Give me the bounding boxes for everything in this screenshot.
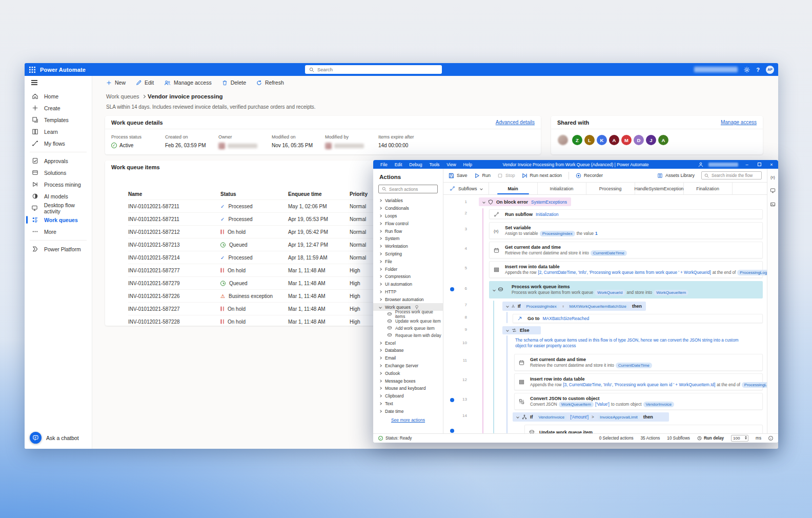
breakpoint-dot[interactable] <box>450 398 454 402</box>
action-item[interactable]: Process work queue items <box>373 311 443 318</box>
close-button[interactable]: × <box>768 162 775 167</box>
action-group[interactable]: Outlook <box>373 369 443 377</box>
action-group[interactable]: Message boxes <box>373 377 443 385</box>
action-group[interactable]: Loops <box>373 212 443 220</box>
variable-pill[interactable]: CurrentDateTime <box>591 250 627 256</box>
actions-search-input[interactable]: Search actions <box>378 185 438 193</box>
save-button[interactable]: Save <box>449 173 468 178</box>
col-status[interactable]: Status <box>220 191 236 197</box>
variable-pill[interactable]: InvoiceApprovalLimit <box>597 414 640 420</box>
menu-view[interactable]: View <box>446 162 456 167</box>
tab-processing[interactable]: Processing <box>586 183 635 194</box>
ask-chatbot-button[interactable]: Ask a chatbot <box>30 432 79 444</box>
tab-finalization[interactable]: Finalization <box>684 183 733 194</box>
new-button[interactable]: New <box>106 79 126 86</box>
variable-pill[interactable]: VendorInvoice <box>536 414 567 420</box>
delete-button[interactable]: Delete <box>222 79 246 86</box>
advanced-details-link[interactable]: Advanced details <box>496 119 535 125</box>
variable-pill[interactable]: VendorInvoice <box>643 402 675 407</box>
sidebar-item-templates[interactable]: Templates <box>25 114 92 126</box>
action-group[interactable]: Run flow <box>373 227 443 235</box>
flow-action-if[interactable]: If VendorInvoice ['Amount'] > InvoiceApp… <box>513 412 669 422</box>
manage-access-button[interactable]: Manage access <box>164 79 212 86</box>
avatar[interactable]: K <box>596 134 608 146</box>
minimize-button[interactable]: – <box>743 162 750 167</box>
flow-action-set-variable[interactable]: {x} Set variable Assign to variableProce… <box>489 222 763 239</box>
col-priority[interactable]: Priority <box>350 191 368 197</box>
flow-action-update-work-queue-item[interactable]: Update work queue item <box>524 425 763 433</box>
variable-pill[interactable]: ProcessingIndex <box>524 304 559 309</box>
sidebar-item-more[interactable]: More <box>25 226 92 237</box>
user-avatar[interactable]: AP <box>766 66 774 74</box>
see-more-actions-link[interactable]: See more actions <box>373 417 443 423</box>
sidebar-item-approvals[interactable]: Approvals <box>25 155 92 167</box>
avatar[interactable]: Z <box>571 134 583 146</box>
flow-action-convert-json[interactable]: Convert JSON to custom object Convert JS… <box>514 393 763 410</box>
flow-action-insert-row[interactable]: Insert row into data table Appends the r… <box>514 373 763 390</box>
help-button[interactable]: ? <box>756 67 760 73</box>
app-launcher-button[interactable] <box>25 63 40 76</box>
sidebar-item-learn[interactable]: Learn <box>25 126 92 137</box>
variable-pill[interactable]: ProcessingLog <box>742 382 767 388</box>
menu-help[interactable]: Help <box>463 162 472 167</box>
flow-action-get-datetime[interactable]: Get current date and time Retrieve the c… <box>489 242 763 258</box>
action-group[interactable]: Date time <box>373 407 443 415</box>
sidebar-item-solutions[interactable]: Solutions <box>25 167 92 178</box>
sidebar-item-process-mining[interactable]: Process mining <box>25 178 92 190</box>
breakpoint-dot[interactable] <box>450 287 454 291</box>
variable-pill[interactable]: WorkQueueId <box>595 290 625 295</box>
flow-action-get-datetime[interactable]: Get current date and time Retrieve the c… <box>514 354 763 371</box>
portal-search-input[interactable]: Search <box>305 65 442 74</box>
avatar[interactable]: D <box>633 134 645 146</box>
sidebar-item-ai-models[interactable]: AI models <box>25 190 92 202</box>
tab-main[interactable]: Main <box>489 183 538 194</box>
action-group[interactable]: Scripting <box>373 250 443 258</box>
menu-file[interactable]: File <box>380 162 388 167</box>
info-icon[interactable]: i <box>768 436 773 441</box>
sidebar-item-work-queues[interactable]: Work queues <box>25 214 92 226</box>
variable-pill[interactable]: ProcessingLog <box>737 270 767 275</box>
avatar[interactable]: J <box>645 134 657 146</box>
flow-action-else[interactable]: Else <box>502 326 541 334</box>
avatar[interactable]: L <box>583 134 596 146</box>
action-item[interactable]: Requeue item with delay <box>373 332 443 339</box>
avatar-photo-blurred[interactable] <box>557 134 569 146</box>
flow-search-input[interactable]: Search inside the flow <box>701 171 762 180</box>
recorder-button[interactable]: Recorder <box>576 173 603 178</box>
avatar[interactable]: A <box>608 134 620 146</box>
designer-title-bar[interactable]: File Edit Debug Tools View Help Vendor I… <box>373 160 778 169</box>
menu-edit[interactable]: Edit <box>395 162 402 167</box>
sidebar-item-power-platform[interactable]: Power Platform <box>25 243 92 255</box>
sidebar-collapse-button[interactable] <box>25 76 92 89</box>
run-button[interactable]: Run <box>474 173 491 178</box>
flow-action-process-work-queue-items[interactable]: Process work queue items Process work qu… <box>489 281 763 298</box>
stepper-arrows[interactable] <box>745 436 747 440</box>
breakpoint-dot[interactable] <box>450 429 454 433</box>
action-group[interactable]: Compression <box>373 273 443 281</box>
avatar[interactable]: A <box>657 134 669 146</box>
action-group[interactable]: UI automation <box>373 281 443 288</box>
action-group[interactable]: Conditionals <box>373 205 443 212</box>
variables-panel-button[interactable]: {x} <box>770 175 775 180</box>
run-delay-input[interactable]: 100 <box>731 435 748 442</box>
sidebar-item-my-flows[interactable]: My flows <box>25 137 92 149</box>
menu-tools[interactable]: Tools <box>429 162 439 167</box>
flow-action-insert-row[interactable]: Insert row into data table Appends the r… <box>489 261 763 278</box>
maximize-button[interactable] <box>756 162 763 167</box>
sidebar-item-home[interactable]: Home <box>25 90 92 102</box>
sidebar-item-desktop-flow-activity[interactable]: Desktop flow activity <box>25 202 92 214</box>
action-group[interactable]: Database <box>373 347 443 354</box>
action-group[interactable]: Flow control <box>373 220 443 227</box>
action-group[interactable]: Email <box>373 354 443 362</box>
sidebar-item-create[interactable]: Create <box>25 102 92 114</box>
action-item[interactable]: Add work queue item <box>373 325 443 332</box>
action-group[interactable]: System <box>373 235 443 243</box>
variable-pill[interactable]: MAXWorkQueueItemBatchSize <box>567 304 629 309</box>
avatar[interactable]: M <box>620 134 633 146</box>
breadcrumb-parent[interactable]: Work queues <box>106 93 139 99</box>
action-group[interactable]: Excel <box>373 339 443 347</box>
action-group[interactable]: Folder <box>373 265 443 273</box>
run-next-action-button[interactable]: Run next action <box>522 173 562 178</box>
edit-button[interactable]: Edit <box>136 79 154 86</box>
status-text[interactable]: Status: Ready <box>385 436 412 441</box>
